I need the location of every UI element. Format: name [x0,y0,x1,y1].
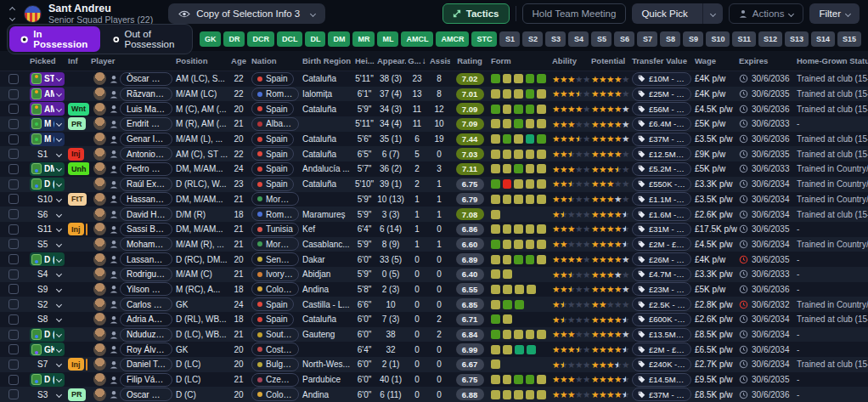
cell-picked[interactable]: S4 [28,267,66,282]
player-name[interactable]: Răzvan Gogu [120,88,172,101]
row-checkbox[interactable] [8,209,19,219]
info-badge[interactable]: Inj [68,148,84,161]
cell-picked[interactable]: S11 [28,222,66,237]
row-checkbox[interactable] [8,314,19,325]
nation-badge[interactable]: Spain [251,72,294,86]
column-header-15[interactable]: Transfer Value [630,56,693,65]
quick-pick-dropdown[interactable] [702,3,723,24]
player-name[interactable]: Genar Iglesias [120,133,172,146]
column-header-2[interactable]: Player [89,56,174,65]
nation-badge[interactable]: Czechia [251,373,299,387]
player-name[interactable]: Sassi Bouazizi [120,223,172,236]
column-header-8[interactable]: Appear... [375,56,406,65]
column-header-4[interactable]: Age [228,56,250,65]
slot-button-s3[interactable]: S3 [545,31,566,47]
cell-picked[interactable]: S9 [28,282,66,297]
slot-button-s12[interactable]: S12 [758,31,782,47]
table-row[interactable]: M (R PR Endrit Curri M (R), AM (... 21 A… [0,116,868,132]
player-name[interactable]: David Hoban [120,207,172,221]
nation-badge[interactable]: Senegal [251,252,299,266]
player-name[interactable]: Carlos López [120,297,172,311]
slot-button-s14[interactable]: S14 [811,31,835,47]
position-button-amcr[interactable]: AMCR [436,31,469,47]
column-header-16[interactable]: Wage [693,56,737,65]
cell-picked[interactable]: M (L [28,132,66,147]
table-row[interactable]: D (R Raúl Expósito D (RLC), W... 23 Spai… [0,177,868,192]
table-row[interactable]: S8 Adria Autet D (RL), WB... 18 Spain Ca… [0,312,868,327]
slot-button-s15[interactable]: S15 [837,31,861,47]
row-checkbox[interactable] [8,299,19,309]
player-name[interactable]: Filip Vávra [120,373,172,387]
collapse-controls[interactable] [7,8,17,20]
row-checkbox[interactable] [8,330,19,340]
cell-picked[interactable]: S1 [28,146,66,161]
cell-picked[interactable]: S8 [28,312,66,327]
table-row[interactable]: S11 Inj Sassi Bouazizi DM, M/AM... 21 Tu… [0,222,868,237]
info-badge[interactable]: Wnt [68,103,89,116]
player-name[interactable]: Pedro Rodriguez [120,162,172,176]
position-button-dcl[interactable]: DCL [277,31,303,47]
column-header-17[interactable]: Expires [737,56,795,65]
row-checkbox[interactable] [8,134,19,144]
slot-button-s13[interactable]: S13 [785,31,809,47]
nation-badge[interactable]: Morocco [251,192,299,206]
table-row[interactable]: S2 Carlos López GK 24 Spain Castilla - L… [0,297,868,312]
quick-pick-label[interactable]: Quick Pick [632,3,696,24]
tab-in-possession[interactable]: In Possession [9,26,100,52]
info-badge[interactable]: Inj [68,223,84,235]
nation-badge[interactable]: Albania [251,117,299,131]
player-name[interactable]: Yilson Cuenca [120,282,172,296]
cell-picked[interactable]: S3 [28,387,66,402]
nation-badge[interactable]: Colom... [251,282,299,296]
nation-badge[interactable]: Bulgaria [251,358,299,371]
row-checkbox[interactable] [8,269,19,280]
table-row[interactable]: S1 Inj Antonio Vazquez AM (C), ST ... 22… [0,146,868,161]
player-name[interactable]: Daniel Tsankov [120,358,172,371]
row-checkbox[interactable] [8,375,19,385]
slot-button-s10[interactable]: S10 [706,31,730,47]
cell-picked[interactable]: D (C) [28,372,66,388]
table-row[interactable]: M (L Genar Iglesias M/AM (L), ... 20 Spa… [0,132,868,147]
position-button-gk[interactable]: GK [200,31,222,47]
nation-badge[interactable]: Spain [251,102,294,116]
nation-badge[interactable]: Spain [251,133,294,146]
table-row[interactable]: DM Unh Pedro Rodriguez DM, M/AM... 24 Sp… [0,161,868,177]
tactics-button[interactable]: Tactics [442,3,510,24]
slot-button-s11[interactable]: S11 [732,31,756,47]
position-button-mr[interactable]: MR [352,31,375,47]
cell-picked[interactable]: M (R [28,116,66,132]
table-row[interactable]: D (C) Filip Vávra D (LC) 21 Czechia Pard… [0,372,868,388]
chevron-up-icon[interactable] [8,6,14,12]
table-row[interactable]: AM ( Răzvan Gogu M/AM (LC) 22 Roman... I… [0,87,868,102]
column-header-7[interactable]: Hei... [353,56,375,65]
slot-button-s2[interactable]: S2 [522,31,543,47]
position-button-dcr[interactable]: DCR [247,31,274,47]
nation-badge[interactable]: Ivory C... [251,268,299,281]
nation-badge[interactable]: Morocco [251,237,299,251]
row-checkbox[interactable] [8,254,19,264]
player-name[interactable]: Òscar Reyes [120,72,172,86]
player-name[interactable]: Roy Álvarez [120,343,172,356]
info-badge[interactable]: FtT [68,193,87,206]
hold-team-meeting-button[interactable]: Hold Team Meeting [522,3,627,24]
row-checkbox[interactable] [8,179,19,190]
cell-picked[interactable]: D (C) [28,252,66,267]
position-button-stc[interactable]: STC [471,31,497,47]
player-name[interactable]: Luis Marín [120,102,172,116]
row-checkbox[interactable] [8,119,19,129]
nation-badge[interactable]: Roman... [251,88,299,101]
table-row[interactable]: S3 PR Oscar Rojas D (C) 20 Colom... Andi… [0,387,868,402]
cell-picked[interactable]: S6 [28,207,66,222]
player-name[interactable]: Endrit Curri [120,117,172,131]
cell-picked[interactable]: AM ( [28,101,66,116]
cell-picked[interactable]: DM [28,161,66,177]
table-row[interactable]: S7 Inj Daniel Tsankov D (LC) 20 Bulgaria… [0,357,868,372]
player-name[interactable]: Antonio Vazquez [120,147,172,161]
column-header-10[interactable]: Assists [428,56,450,65]
nation-badge[interactable]: Colom... [251,388,299,401]
player-name[interactable]: Rodrigue Koua... [120,268,172,281]
info-badge[interactable]: Unh [68,162,89,175]
table-row[interactable]: ST (C Òscar Reyes AM (LC), S... 22 Spain… [0,71,868,87]
nation-badge[interactable]: Costa R... [251,343,299,356]
nation-badge[interactable]: Spain [251,313,294,326]
